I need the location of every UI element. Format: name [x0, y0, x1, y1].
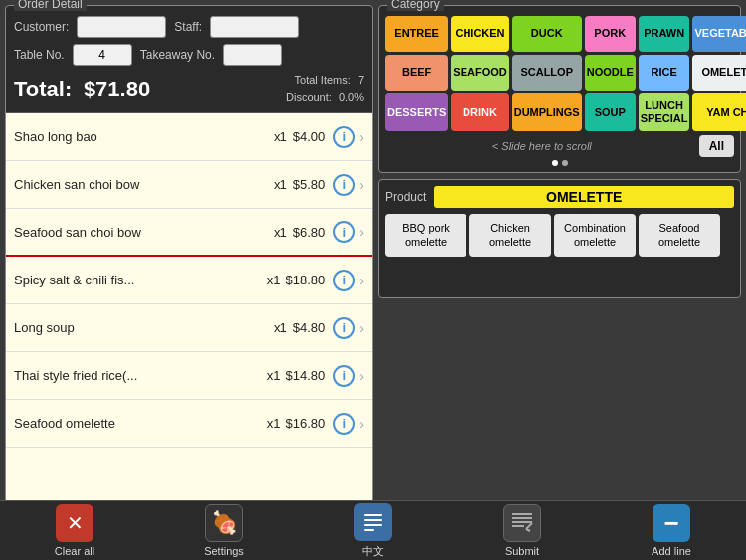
category-button[interactable]: YAM CHA [692, 93, 746, 131]
takeaway-input[interactable] [223, 44, 282, 66]
product-button[interactable]: Seafood omelette [639, 214, 720, 256]
add-line-icon: − [653, 504, 690, 542]
category-button[interactable]: ENTREE [385, 16, 448, 52]
category-button[interactable]: CHICKEN [451, 16, 508, 52]
scroll-hint: < Slide here to scroll [385, 140, 699, 152]
total-items-label: Total Items: [295, 74, 351, 86]
discount-value: 0.0% [339, 92, 364, 103]
item-info-icon[interactable]: i [333, 413, 355, 435]
order-item[interactable]: Seafood san choi bow x1 $6.80 i › [6, 209, 372, 257]
svg-rect-7 [512, 525, 524, 527]
table-label: Table No. [14, 48, 65, 62]
customer-input[interactable] [77, 16, 166, 38]
product-button[interactable]: Chicken omelette [469, 214, 551, 256]
item-chevron-icon: › [359, 368, 364, 384]
category-button[interactable]: VEGETABLES [692, 16, 746, 52]
category-button[interactable]: DUMPLINGS [512, 93, 582, 131]
svg-rect-2 [364, 524, 382, 526]
item-qty: x1 [267, 273, 280, 287]
svg-rect-3 [364, 529, 374, 531]
item-chevron-icon: › [359, 224, 364, 240]
order-item[interactable]: Seafood omelette x1 $16.80 i › [6, 400, 372, 448]
staff-label: Staff: [174, 20, 202, 34]
item-info-icon[interactable]: i [333, 126, 355, 148]
add-line-button[interactable]: − Add line [642, 504, 701, 557]
category-title: Category [387, 0, 444, 11]
item-info-icon[interactable]: i [333, 174, 355, 196]
category-grid: ENTREECHICKENDUCKPORKPRAWNVEGETABLESBEEF… [385, 16, 734, 131]
total-amount: $71.80 [84, 77, 150, 101]
order-item[interactable]: Thai style fried rice(... x1 $14.80 i › [6, 352, 372, 400]
chinese-button[interactable]: 中文 [343, 503, 403, 559]
total-summary: Total Items: 7 Discount: 0.0% [286, 72, 364, 106]
item-qty: x1 [274, 177, 287, 192]
customer-label: Customer: [14, 20, 69, 34]
staff-input[interactable] [210, 16, 299, 38]
order-header: Customer: Staff: Table No. Takeaway No. … [6, 6, 372, 113]
item-info-icon[interactable]: i [333, 317, 355, 339]
total-label: Total: [14, 77, 72, 101]
item-name: Spicy salt & chili fis... [14, 273, 267, 287]
item-info-icon[interactable]: i [333, 270, 355, 291]
item-info-icon[interactable]: i [333, 221, 355, 243]
item-qty: x1 [274, 129, 287, 144]
category-button[interactable]: SOUP [585, 93, 636, 131]
svg-line-9 [526, 529, 530, 531]
item-chevron-icon: › [359, 273, 364, 288]
category-button[interactable]: DRINK [451, 93, 508, 131]
svg-rect-4 [512, 513, 532, 515]
chinese-label: 中文 [362, 544, 384, 559]
product-button[interactable]: Combination omelette [554, 214, 636, 256]
clear-all-button[interactable]: ✕ Clear all [45, 504, 104, 557]
svg-rect-0 [364, 514, 382, 516]
category-button[interactable]: PORK [585, 16, 636, 52]
item-qty: x1 [274, 225, 287, 240]
order-item[interactable]: Chicken san choi bow x1 $5.80 i › [6, 161, 372, 209]
order-detail-panel: Order Detail Customer: Staff: Table No. … [5, 5, 373, 552]
category-button[interactable]: SEAFOOD [451, 55, 508, 91]
category-button[interactable]: SCALLOP [512, 55, 582, 91]
item-price: $4.00 [293, 129, 326, 144]
settings-label: Settings [204, 545, 244, 557]
clear-all-label: Clear all [55, 545, 94, 557]
svg-rect-5 [512, 517, 532, 519]
category-button[interactable]: DUCK [512, 16, 582, 52]
category-button[interactable]: NOODLE [585, 55, 636, 91]
submit-label: Submit [505, 545, 539, 557]
item-chevron-icon: › [359, 129, 364, 145]
item-price: $4.80 [293, 320, 326, 335]
item-price: $18.80 [286, 273, 326, 287]
svg-line-8 [526, 523, 532, 529]
order-item[interactable]: Shao long bao x1 $4.00 i › [6, 113, 372, 161]
order-item[interactable]: Spicy salt & chili fis... x1 $18.80 i › [6, 257, 372, 304]
clear-all-icon: ✕ [56, 504, 93, 542]
category-button[interactable]: PRAWN [639, 16, 690, 52]
total-items-value: 7 [358, 74, 364, 86]
order-items-list: Shao long bao x1 $4.00 i › Chicken san c… [6, 113, 372, 531]
category-button[interactable]: OMELETTE [692, 55, 746, 91]
bottom-toolbar: ✕ Clear all 🍖 Settings 中文 [0, 500, 746, 560]
settings-button[interactable]: 🍖 Settings [194, 504, 254, 557]
item-chevron-icon: › [359, 320, 364, 336]
item-qty: x1 [274, 320, 287, 335]
chinese-icon [354, 503, 392, 541]
order-item[interactable]: Long soup x1 $4.80 i › [6, 304, 372, 352]
product-section: Product OMELETTE BBQ pork omeletteChicke… [378, 179, 741, 298]
table-input[interactable] [73, 44, 132, 66]
category-button[interactable]: LUNCH SPECIAL [639, 93, 690, 131]
all-button[interactable]: All [699, 135, 734, 157]
scroll-dot-2 [562, 160, 568, 166]
product-button[interactable]: BBQ pork omelette [385, 214, 466, 256]
item-info-icon[interactable]: i [333, 365, 355, 387]
category-button[interactable]: BEEF [385, 55, 448, 91]
submit-button[interactable]: Submit [492, 504, 552, 557]
category-button[interactable]: RICE [639, 55, 690, 91]
item-price: $6.80 [293, 225, 326, 240]
category-button[interactable]: DESSERTS [385, 93, 448, 131]
item-price: $16.80 [286, 416, 326, 431]
svg-rect-6 [512, 521, 532, 523]
item-price: $5.80 [293, 177, 326, 192]
item-chevron-icon: › [359, 416, 364, 432]
item-name: Seafood san choi bow [14, 225, 274, 240]
order-detail-title: Order Detail [14, 0, 87, 11]
